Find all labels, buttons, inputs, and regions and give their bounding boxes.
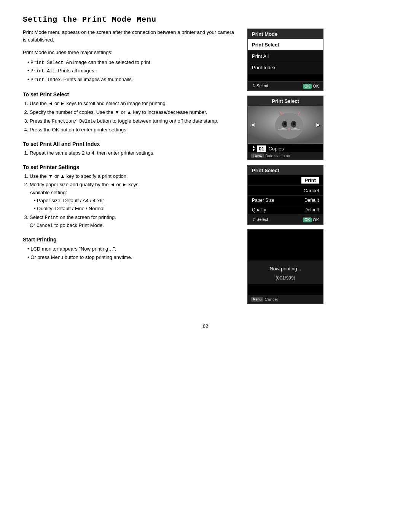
screen1-select-label: ⇕ Select [252, 83, 268, 88]
screen1-item-print-select: Print Select [248, 39, 323, 51]
list-item: Print Index. Prints all images as thumbn… [23, 75, 236, 84]
left-arrow-icon: ◄ [250, 121, 256, 128]
steps-list-3: Use the ▼ or ▲ key to specify a print op… [23, 173, 236, 230]
step-item: Specify the number of copies. Use the ▼ … [30, 109, 236, 117]
list-item: Print All. Prints all images. [23, 67, 236, 75]
menu-badge: Menu [251, 297, 263, 302]
section-print-all: To set Print All and Print Index Repeat … [23, 141, 236, 157]
section-heading-2: To set Print All and Print Index [23, 141, 236, 147]
screen1-bottom-bar: ⇕ Select OKOK [248, 81, 323, 90]
func-badge: FUNC [251, 153, 264, 158]
section-printer-settings: To set Printer Settings Use the ▼ or ▲ k… [23, 164, 236, 230]
page-title: Setting the Print Mode Menu [23, 15, 388, 24]
paper-size-label: Paper Size [252, 198, 274, 203]
screen3-bottom-bar: ⇕ Select OKOK [248, 215, 323, 224]
screen3-select-label: ⇕ Select [252, 217, 268, 222]
page-number: 62 [23, 323, 388, 329]
start-printing-bullets: LCD monitor appears "Now printing…". Or … [23, 245, 236, 262]
step-item: Use the ▼ or ▲ key to specify a print op… [30, 173, 236, 181]
svg-point-1 [275, 113, 303, 139]
svg-point-8 [284, 122, 286, 125]
list-item: Print Select. An image can then be selec… [23, 58, 236, 67]
quality-label: Quality [252, 207, 266, 212]
step-item: Modify paper size and quality by the ◄ o… [30, 181, 236, 212]
bullet-list: Print Select. An image can then be selec… [23, 58, 236, 84]
right-column: Print Mode Print Select Print All Print … [247, 29, 323, 304]
screen3-row-cancel: Cancel [248, 186, 323, 196]
list-item: Or press Menu button to stop printing an… [23, 253, 236, 262]
screen-print-settings: Print Select Print Cancel Paper Size Def… [247, 165, 323, 225]
section-heading-4: Start Printing [23, 236, 236, 243]
copies-number: 01 [257, 145, 266, 152]
quality-value: Default [304, 207, 319, 212]
section-heading-1: To set Print Select [23, 91, 236, 97]
steps-list-2: Repeat the same steps 2 to 4, then enter… [23, 149, 236, 157]
steps-list-1: Use the ◄ or ► keys to scroll and select… [23, 100, 236, 134]
screen1-item-print-all: Print All [248, 51, 323, 62]
screen2-image-area: ◄ ► [248, 106, 323, 144]
screen-print-select: Print Select [247, 96, 323, 160]
step-item: Press the OK button to enter printer set… [30, 126, 236, 134]
left-column: Print Mode menu appears on the screen af… [23, 29, 236, 304]
step-item: Use the ◄ or ► keys to scroll and select… [30, 100, 236, 108]
intro-text: Print Mode menu appears on the screen af… [23, 29, 236, 43]
screen3-ok-label: OKOK [303, 217, 319, 222]
date-stamp-label: Date stamp on [265, 154, 290, 158]
svg-point-9 [293, 122, 295, 125]
screen4-dark-area [248, 230, 323, 260]
screen2-func-bar: FUNC Date stamp on [248, 152, 323, 160]
screen2-title: Print Select [248, 96, 323, 106]
screen3-row-print: Print [248, 175, 323, 186]
step-item: Repeat the same steps 2 to 4, then enter… [30, 149, 236, 157]
screen3-row-paper-size: Paper Size Default [248, 196, 323, 205]
step-item: Press the Function/ Delete button to tog… [30, 117, 236, 125]
section-print-select: To set Print Select Use the ◄ or ► keys … [23, 91, 236, 134]
list-item: LCD monitor appears "Now printing…". [23, 245, 236, 253]
cat-image [248, 106, 323, 144]
screen3-row-quality: Quality Default [248, 205, 323, 215]
screen4-printing-text: Now printing... [248, 260, 323, 275]
screen4-cancel-bar: Menu Cancel [248, 295, 323, 304]
includes-label: Print Mode includes three major settings… [23, 50, 236, 55]
step-item: Select Print on the screen for printing.… [30, 214, 236, 230]
screen1-ok-label: OKOK [303, 84, 319, 88]
section-start-printing: Start Printing LCD monitor appears "Now … [23, 236, 236, 262]
screen-print-mode: Print Mode Print Select Print All Print … [247, 29, 323, 91]
screen4-printing-sub: (001/999) [248, 275, 323, 284]
screen-printing: Now printing... (001/999) Menu Cancel [247, 229, 323, 304]
screen1-item-print-index: Print Index [248, 62, 323, 73]
copies-label: Copies [268, 146, 284, 152]
screen1-title: Print Mode [248, 29, 323, 39]
right-arrow-icon: ► [315, 121, 321, 128]
print-value: Print [301, 177, 319, 184]
cancel-value: Cancel [304, 188, 319, 193]
paper-size-value: Default [304, 198, 319, 203]
screen4-cancel-label: Cancel [265, 297, 278, 302]
section-heading-3: To set Printer Settings [23, 164, 236, 170]
screen3-title: Print Select [248, 166, 323, 175]
screen4-lower-dark [248, 284, 323, 295]
